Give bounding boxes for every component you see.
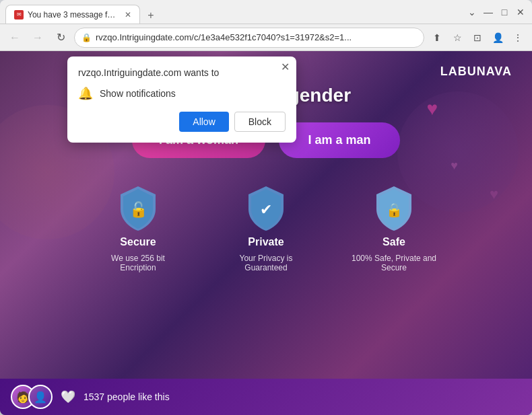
profile-icon[interactable]: 👤 [489, 29, 506, 46]
minimize-button[interactable]: — [482, 6, 494, 18]
address-bar[interactable]: 🔒 rvzqo.Intriguingdate.com/c/1e3a4e532f1… [74, 28, 424, 48]
trust-badge-private: ✔ Private Your Privacy is Guaranteed [222, 185, 310, 272]
nav-right-icons: ⬆ ☆ ⊡ 👤 ⋮ [428, 29, 527, 46]
permission-popup: rvzqo.Intriguingdate.com wants to ✕ 🔔 Sh… [67, 56, 296, 143]
bell-icon: 🔔 [78, 86, 93, 101]
secure-title: Secure [120, 236, 156, 248]
menu-icon[interactable]: ⋮ [509, 29, 527, 46]
like-count-text: 1537 people like this [84, 391, 170, 402]
share-icon[interactable]: ⬆ [428, 29, 446, 46]
permission-label: Show notifications [100, 88, 176, 99]
back-button[interactable]: ← [5, 28, 24, 47]
permission-row: 🔔 Show notifications [78, 86, 286, 101]
refresh-button[interactable]: ↻ [51, 28, 70, 47]
safe-desc: 100% Safe, Private and Secure [350, 254, 438, 272]
window-controls: ⌄ — □ ✕ [466, 6, 527, 18]
private-title: Private [248, 236, 284, 248]
block-button[interactable]: Block [234, 112, 286, 132]
trust-badges: 🔓 Secure We use 256 bit Encription ✔ Pri… [94, 185, 438, 272]
close-button[interactable]: ✕ [514, 6, 527, 18]
svg-text:🔓: 🔓 [129, 200, 148, 219]
man-button[interactable]: I am a man [279, 122, 400, 158]
svg-text:🔒: 🔒 [386, 202, 403, 218]
active-tab[interactable]: ✉ You have 3 message from... ✕ [5, 5, 140, 24]
avatar-2: 👤 [28, 385, 53, 409]
bottom-avatars: 🧑 👤 [11, 385, 53, 409]
new-tab-button[interactable]: + [143, 7, 159, 24]
popup-buttons: Allow Block [78, 112, 286, 132]
svg-text:✔: ✔ [260, 201, 272, 218]
lock-icon: 🔒 [81, 33, 92, 42]
private-desc: Your Privacy is Guaranteed [222, 254, 310, 272]
page-content: ♥ ♥ ♥ LABUNAVA rvzqo.Intriguingdate.com … [0, 51, 532, 415]
tab-favicon: ✉ [14, 10, 24, 20]
secure-desc: We use 256 bit Encription [94, 254, 182, 272]
tab-close-icon[interactable]: ✕ [125, 10, 131, 20]
chevron-down-icon[interactable]: ⌄ [466, 6, 478, 18]
safe-title: Safe [383, 236, 405, 248]
title-bar: ✉ You have 3 message from... ✕ + ⌄ — □ ✕ [0, 0, 532, 24]
trust-badge-safe: 🔒 Safe 100% Safe, Private and Secure [350, 185, 438, 272]
tab-title: You have 3 message from... [28, 10, 118, 20]
bottom-bar: 🧑 👤 🤍 1537 people like this [0, 379, 532, 415]
allow-button[interactable]: Allow [179, 112, 228, 132]
popup-close-icon[interactable]: ✕ [281, 62, 290, 73]
forward-button[interactable]: → [28, 28, 47, 47]
secure-shield-icon: 🔓 [118, 185, 158, 231]
address-text: rvzqo.Intriguingdate.com/c/1e3a4e532f1c7… [96, 32, 417, 42]
browser-window: ✉ You have 3 message from... ✕ + ⌄ — □ ✕… [0, 0, 532, 415]
private-shield-icon: ✔ [246, 185, 286, 231]
heart-icon: 🤍 [61, 389, 75, 404]
tab-area: ✉ You have 3 message from... ✕ + [5, 0, 462, 24]
extensions-icon[interactable]: ⊡ [469, 29, 486, 46]
bookmark-icon[interactable]: ☆ [448, 29, 466, 46]
safe-shield-icon: 🔒 [374, 185, 414, 231]
popup-title: rvzqo.Intriguingdate.com wants to [78, 67, 286, 78]
trust-badge-secure: 🔓 Secure We use 256 bit Encription [94, 185, 182, 272]
maximize-button[interactable]: □ [498, 6, 510, 18]
nav-bar: ← → ↻ 🔒 rvzqo.Intriguingdate.com/c/1e3a4… [0, 24, 532, 51]
